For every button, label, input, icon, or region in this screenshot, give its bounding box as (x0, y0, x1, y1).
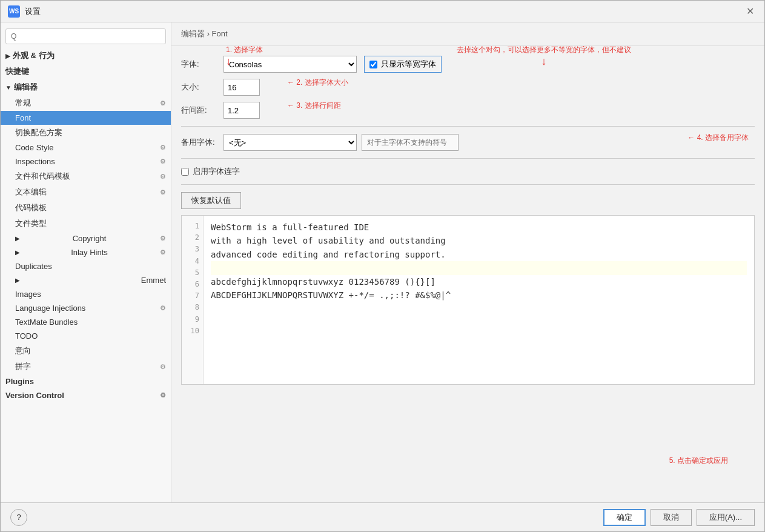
size-input[interactable] (224, 79, 260, 96)
line-spacing-label: 行间距: (181, 105, 224, 116)
sidebar-item-copyright-label: Copyright (73, 234, 107, 243)
preview-line-3: advanced code editing and refactoring su… (211, 248, 747, 261)
sidebar-group-appearance[interactable]: ▶ 外观 & 行为 (1, 48, 171, 64)
preview-line-1: WebStorm is a full-featured IDE (211, 221, 747, 234)
sidebar-item-file-template[interactable]: 文件和代码模板 ⚙ (1, 168, 171, 184)
show-mono-checkbox-wrapper: 只显示等宽字体 (364, 56, 442, 73)
sidebar-item-general-label: 常规 (15, 98, 31, 108)
ligature-row: 启用字体连字 (181, 166, 755, 177)
fallback-select[interactable]: <无> (224, 134, 357, 151)
settings-dialog: WS 设置 ✕ ▶ 外观 & 行为 快捷键 ▼ 编辑器 (0, 0, 765, 532)
sidebar-item-inspections[interactable]: Inspections ⚙ (1, 155, 171, 168)
sidebar-item-keymap[interactable]: 快捷键 (1, 64, 171, 79)
separator-1 (181, 126, 755, 127)
sidebar-item-duplicates[interactable]: Duplicates (1, 259, 171, 273)
ligature-checkbox[interactable] (181, 168, 189, 176)
sidebar-item-code-style-label: Code Style (15, 143, 54, 152)
line-spacing-row: 行间距: ← 3. 选择行间距 (181, 102, 755, 119)
annotation-3: ← 2. 选择字体大小 (287, 78, 348, 88)
annotation-5: ← 4. 选择备用字体 (687, 133, 749, 143)
sidebar-item-textmate[interactable]: TextMate Bundles (1, 315, 171, 329)
sidebar-group-editor-label: 编辑器 (14, 82, 38, 93)
preview-line-4 (211, 261, 747, 274)
preview-line-2: with a high level of usability and outst… (211, 234, 747, 247)
chevron-right-icon: ▶ (5, 53, 10, 59)
sidebar-item-text-editing[interactable]: 文本编辑 ⚙ (1, 184, 171, 200)
search-input[interactable] (5, 28, 166, 44)
font-label: 字体: (181, 59, 224, 70)
sidebar-item-font-label: Font (15, 113, 31, 122)
sidebar-item-spelling-label: 拼字 (15, 361, 31, 372)
line-num-7: 7 (182, 290, 203, 302)
sidebar-item-code-template[interactable]: 代码模板 (1, 200, 171, 216)
settings-icon-7: ⚙ (160, 248, 166, 256)
settings-icon-8: ⚙ (160, 304, 166, 312)
font-select[interactable]: Consolas (224, 56, 357, 73)
sidebar-item-spelling[interactable]: 拼字 ⚙ (1, 359, 171, 374)
close-button[interactable]: ✕ (743, 4, 757, 19)
line-num-9: 9 (182, 314, 203, 325)
preview-line-8 (211, 316, 747, 329)
sidebar-item-version-control[interactable]: Version Control ⚙ (1, 388, 171, 402)
sidebar-item-color-scheme[interactable]: 切换配色方案 (1, 125, 171, 141)
show-mono-label: 只显示等宽字体 (381, 59, 436, 70)
sidebar-item-emmet[interactable]: ▶ Emmet (1, 273, 171, 287)
ok-button[interactable]: 确定 (603, 509, 646, 526)
sidebar-item-textmate-label: TextMate Bundles (15, 318, 78, 327)
sidebar-item-general[interactable]: 常规 ⚙ (1, 95, 171, 111)
sidebar-item-language-injections[interactable]: Language Injections ⚙ (1, 301, 171, 315)
emmet-chevron: ▶ (15, 277, 20, 284)
apply-button[interactable]: 应用(A)... (697, 509, 755, 526)
line-num-10: 10 (182, 325, 203, 337)
line-numbers: 1 2 3 4 5 6 7 8 9 10 (182, 216, 204, 384)
line-num-3: 3 (182, 244, 203, 255)
sidebar-item-file-types[interactable]: 文件类型 (1, 216, 171, 231)
settings-icon-9: ⚙ (160, 363, 166, 371)
breadcrumb-separator: › (207, 29, 210, 38)
line-num-1: 1 (182, 221, 203, 232)
sidebar-item-duplicates-label: Duplicates (15, 262, 52, 271)
settings-icon-6: ⚙ (160, 234, 166, 242)
preview-line-10 (211, 343, 747, 356)
sidebar-item-images[interactable]: Images (1, 287, 171, 301)
sidebar-item-text-editing-label: 文本编辑 (15, 187, 47, 198)
sidebar-item-plugins-label: Plugins (5, 377, 34, 386)
sidebar-group-appearance-label: 外观 & 行为 (13, 50, 55, 61)
sidebar-item-font[interactable]: Font (1, 111, 171, 125)
search-box (1, 25, 171, 48)
annotation-6: 5. 点击确定或应用 (669, 456, 728, 466)
show-mono-checkbox[interactable] (369, 61, 377, 68)
annotation-4: ← 3. 选择行间距 (287, 101, 341, 111)
sidebar-item-version-control-label: Version Control (5, 391, 64, 400)
sidebar-item-inlay-hints-label: Inlay Hints (71, 248, 108, 257)
preview-text: WebStorm is a full-featured IDE with a h… (204, 216, 754, 384)
size-row: 大小: ← 2. 选择字体大小 (181, 79, 755, 96)
sidebar-item-inlay-hints[interactable]: ▶ Inlay Hints ⚙ (1, 245, 171, 259)
settings-icon-2: ⚙ (160, 144, 166, 151)
ligature-label: 启用字体连字 (193, 166, 240, 177)
cancel-button[interactable]: 取消 (651, 509, 692, 526)
font-row: 字体: Consolas 只显示等宽字体 (181, 56, 755, 73)
restore-button[interactable]: 恢复默认值 (181, 192, 241, 209)
sidebar-item-copyright[interactable]: ▶ Copyright ⚙ (1, 231, 171, 245)
line-num-6: 6 (182, 279, 203, 290)
settings-icon-4: ⚙ (160, 173, 166, 181)
sidebar-item-file-template-label: 文件和代码模板 (15, 171, 70, 182)
settings-icon-5: ⚙ (160, 188, 166, 196)
sidebar-item-todo[interactable]: TODO (1, 329, 171, 343)
sidebar-item-intention[interactable]: 意向 (1, 343, 171, 359)
breadcrumb: 编辑器 › Font (171, 22, 764, 46)
main-content-area: ▶ 外观 & 行为 快捷键 ▼ 编辑器 常规 ⚙ Font 切换配色方案 (1, 22, 764, 502)
sidebar-group-editor[interactable]: ▼ 编辑器 (1, 79, 171, 95)
sidebar-item-plugins[interactable]: Plugins (1, 374, 171, 388)
sidebar-item-code-style[interactable]: Code Style ⚙ (1, 141, 171, 155)
fallback-row: 备用字体: <无> 对于主字体不支持的符号 ← 4. 选择备用字体 (181, 134, 755, 151)
preview-line-6: ABCDEFGHIJKLMNOPQRSTUVWXYZ +-*/= .,;:!? … (211, 288, 747, 302)
font-settings-content: 1. 选择字体 ↓ 去掉这个对勾，可以选择更多不等宽的字体，但不建议 ↓ 字体:… (171, 46, 764, 502)
help-button[interactable]: ? (10, 509, 27, 526)
fallback-label: 备用字体: (181, 137, 224, 148)
dialog-footer: ? 确定 取消 应用(A)... (1, 502, 764, 531)
sidebar-item-images-label: Images (15, 290, 41, 299)
line-spacing-input[interactable] (224, 102, 260, 119)
preview-line-7 (211, 302, 747, 315)
